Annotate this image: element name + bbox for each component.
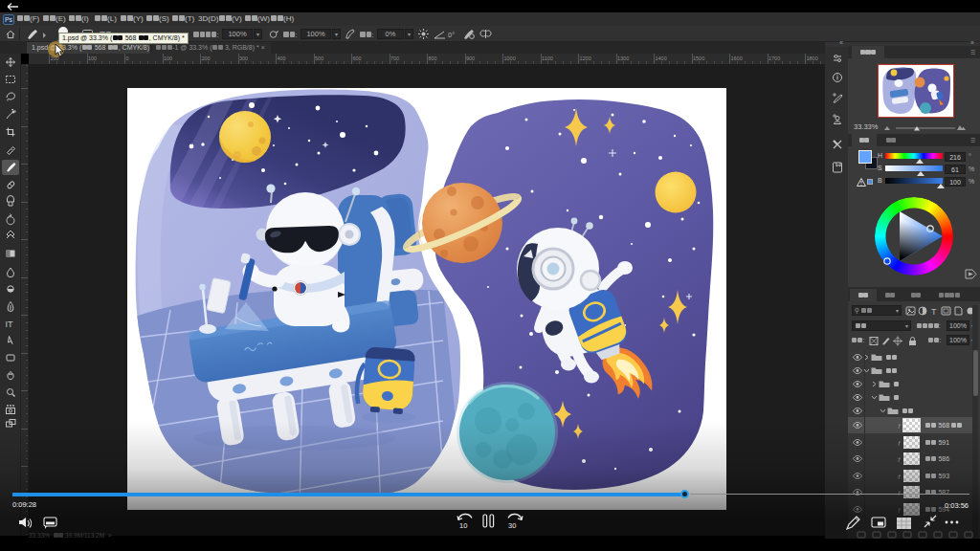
svg-text:10: 10 xyxy=(459,521,467,530)
svg-text:T: T xyxy=(931,307,937,317)
svg-text:30: 30 xyxy=(508,521,516,530)
svg-text:IT: IT xyxy=(6,320,14,329)
